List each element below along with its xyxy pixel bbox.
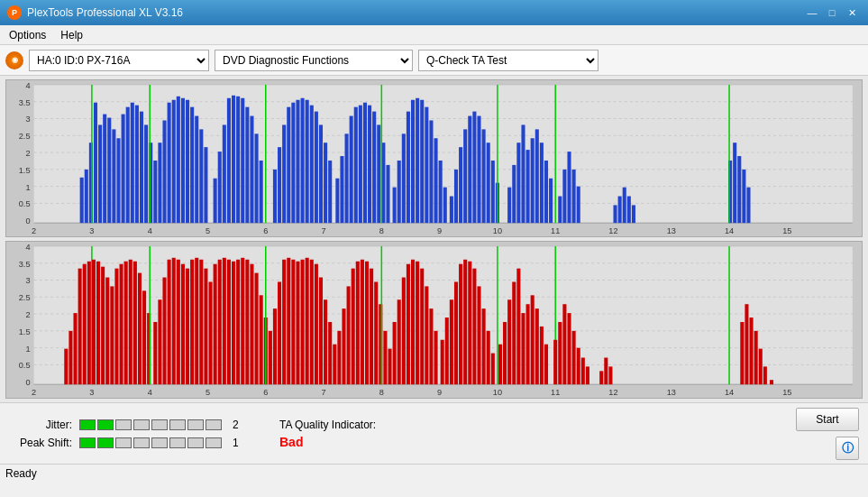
function-select[interactable]: DVD Diagnostic Functions — [215, 50, 413, 71]
svg-rect-291 — [526, 304, 530, 384]
svg-rect-216 — [190, 260, 194, 384]
svg-rect-275 — [454, 281, 458, 384]
svg-rect-100 — [386, 165, 389, 223]
svg-rect-252 — [352, 269, 355, 385]
svg-rect-46 — [135, 106, 139, 223]
svg-rect-283 — [491, 354, 495, 385]
svg-rect-215 — [186, 269, 189, 385]
drive-select[interactable]: HA:0 ID:0 PX-716A — [29, 50, 209, 71]
svg-rect-87 — [328, 161, 332, 223]
info-button[interactable]: ⓘ — [836, 437, 859, 460]
svg-rect-294 — [540, 327, 544, 384]
svg-text:0: 0 — [25, 216, 30, 225]
svg-rect-134 — [549, 179, 553, 223]
svg-rect-249 — [337, 331, 341, 384]
svg-text:0.5: 0.5 — [19, 362, 31, 371]
svg-rect-151 — [746, 188, 750, 224]
jitter-seg-3 — [115, 419, 132, 430]
svg-rect-201 — [124, 262, 128, 384]
svg-text:4: 4 — [148, 226, 152, 235]
svg-rect-76 — [278, 147, 281, 223]
svg-rect-243 — [310, 260, 314, 384]
svg-rect-78 — [287, 107, 290, 224]
svg-rect-310 — [745, 304, 748, 384]
start-button[interactable]: Start — [796, 408, 859, 431]
window-controls: — □ ✕ — [803, 5, 861, 21]
svg-text:3: 3 — [25, 115, 30, 124]
jitter-row: Jitter: 2 — [9, 419, 243, 431]
svg-rect-139 — [572, 170, 576, 223]
svg-rect-90 — [340, 156, 343, 223]
svg-text:8: 8 — [379, 226, 384, 235]
svg-rect-132 — [540, 143, 544, 223]
menu-options[interactable]: Options — [4, 27, 51, 43]
svg-rect-235 — [273, 308, 277, 384]
svg-text:2.5: 2.5 — [19, 132, 31, 141]
peak-seg-8 — [206, 437, 222, 448]
svg-text:1.5: 1.5 — [19, 166, 31, 175]
svg-rect-102 — [397, 161, 401, 223]
svg-rect-209 — [158, 299, 161, 384]
svg-rect-131 — [535, 129, 539, 223]
app-title: PlexTools Professional XL V3.16 — [27, 6, 183, 19]
svg-text:6: 6 — [263, 388, 268, 397]
svg-rect-115 — [454, 170, 458, 223]
svg-text:15: 15 — [782, 388, 791, 397]
svg-rect-38 — [98, 124, 102, 223]
test-select[interactable]: Q-Check TA Test — [418, 50, 598, 71]
svg-text:3.5: 3.5 — [19, 260, 31, 269]
svg-text:3: 3 — [25, 277, 30, 286]
svg-rect-148 — [733, 143, 736, 223]
svg-text:8: 8 — [379, 388, 384, 397]
svg-rect-54 — [168, 103, 171, 223]
svg-text:2: 2 — [25, 149, 30, 158]
svg-rect-214 — [181, 264, 185, 384]
svg-rect-57 — [181, 98, 185, 223]
svg-rect-137 — [562, 170, 566, 223]
jitter-seg-2 — [97, 419, 114, 430]
svg-text:4: 4 — [25, 243, 30, 252]
svg-rect-246 — [324, 299, 327, 384]
bottom-panel: Jitter: 2 Peak Shift: — [0, 402, 868, 464]
menu-bar: Options Help — [0, 25, 868, 45]
svg-rect-85 — [319, 124, 323, 223]
svg-text:7: 7 — [321, 388, 325, 397]
svg-rect-80 — [296, 100, 299, 223]
svg-rect-121 — [482, 129, 486, 223]
svg-rect-295 — [544, 345, 548, 384]
svg-rect-60 — [195, 116, 198, 224]
svg-rect-225 — [232, 262, 235, 384]
svg-text:15: 15 — [782, 226, 791, 235]
svg-rect-230 — [255, 273, 259, 385]
svg-rect-144 — [623, 188, 626, 224]
svg-rect-269 — [425, 286, 428, 384]
maximize-button[interactable]: □ — [823, 5, 841, 21]
svg-rect-66 — [223, 124, 226, 223]
svg-rect-136 — [558, 197, 562, 224]
svg-rect-285 — [498, 345, 502, 384]
jitter-seg-8 — [206, 419, 222, 430]
jitter-seg-4 — [133, 419, 150, 430]
svg-rect-227 — [241, 258, 244, 384]
peak-shift-row: Peak Shift: 1 — [9, 437, 243, 449]
svg-text:2: 2 — [32, 226, 36, 235]
svg-rect-204 — [138, 273, 142, 385]
svg-rect-251 — [347, 286, 351, 384]
drive-icon: ◉ — [5, 51, 23, 69]
minimize-button[interactable]: — — [803, 5, 821, 21]
svg-rect-263 — [397, 299, 401, 384]
svg-rect-222 — [218, 260, 222, 384]
svg-rect-101 — [393, 188, 397, 224]
svg-rect-315 — [770, 380, 773, 384]
svg-rect-93 — [354, 107, 358, 224]
svg-rect-264 — [402, 278, 406, 385]
svg-rect-210 — [162, 278, 166, 385]
close-button[interactable]: ✕ — [843, 5, 861, 21]
top-chart-svg: 4 3.5 3 2.5 2 1.5 1 0.5 0 2 3 4 5 6 7 8 … — [6, 80, 862, 236]
svg-text:10: 10 — [493, 388, 502, 397]
svg-rect-48 — [144, 124, 148, 223]
svg-rect-70 — [241, 98, 244, 223]
svg-text:9: 9 — [437, 226, 442, 235]
menu-help[interactable]: Help — [55, 27, 88, 43]
svg-rect-39 — [103, 115, 106, 224]
